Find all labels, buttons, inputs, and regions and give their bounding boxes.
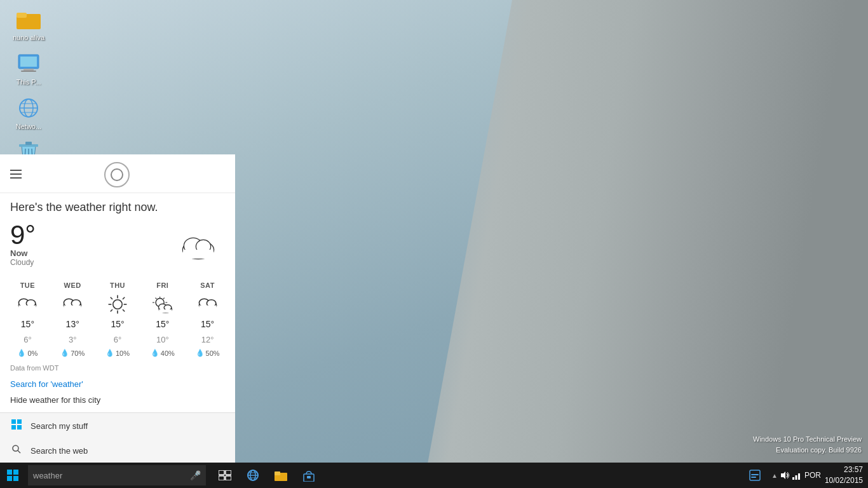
forecast-rain-3: 💧 40% [140, 347, 185, 359]
forecast-table: TUE WED THU FRI SAT [0, 272, 235, 362]
forecast-lo-0: 6° [5, 332, 50, 347]
cortana-logo [104, 162, 130, 187]
search-input[interactable] [33, 471, 179, 480]
forecast-days-row: TUE WED THU FRI SAT [5, 277, 230, 292]
forecast-icon-4 [185, 292, 230, 316]
internet-explorer-button[interactable] [239, 463, 267, 488]
taskbar-search-box[interactable]: 🎤 [28, 465, 206, 485]
current-temperature: 9° [10, 222, 36, 248]
search-my-stuff-label: Search my stuff [31, 421, 88, 431]
tray-expand-icon[interactable]: ▲ [771, 472, 778, 479]
svg-point-42 [113, 300, 122, 309]
svg-rect-91 [751, 477, 756, 478]
notification-center-button[interactable] [742, 463, 768, 488]
svg-line-50 [111, 309, 112, 311]
search-footer: Search my stuff Search the web [0, 412, 235, 463]
search-my-stuff-button[interactable]: Search my stuff [0, 413, 235, 438]
forecast-hi-4: 15° [185, 316, 230, 332]
taskbar-right: ▲ POR 23:57 10/02/2015 [742, 463, 868, 488]
microphone-icon[interactable]: 🎤 [190, 470, 201, 480]
svg-line-56 [155, 298, 156, 299]
desktop-icon-nuno[interactable]: nuno aliva [6, 6, 51, 41]
forecast-icon-3 [140, 292, 185, 316]
forecast-icons-row [5, 292, 230, 316]
weather-search-link[interactable]: Search for 'weather' [0, 376, 235, 393]
forecast-day-1: WED [50, 277, 95, 292]
svg-line-70 [18, 451, 20, 453]
forecast-rain-2: 💧 10% [95, 347, 140, 359]
forecast-lo-2: 6° [95, 332, 140, 347]
svg-rect-93 [792, 477, 794, 480]
svg-rect-5 [24, 69, 34, 71]
weather-hide-button[interactable]: Hide weather for this city [0, 393, 235, 412]
cortana-header [0, 154, 235, 193]
svg-rect-75 [219, 470, 224, 475]
svg-rect-72 [13, 470, 18, 475]
search-the-web-button[interactable]: Search the web [0, 438, 235, 463]
search-icon [10, 445, 23, 456]
svg-rect-25 [10, 173, 22, 175]
taskbar-apps [211, 463, 323, 488]
forecast-day-3: FRI [140, 277, 185, 292]
forecast-hi-3: 15° [140, 316, 185, 332]
forecast-icon-2 [95, 292, 140, 316]
forecast-icon-1 [50, 292, 95, 316]
network-tray-icon[interactable] [792, 471, 801, 480]
watermark-line2: Evaluation copy. Build 9926 [753, 445, 862, 456]
svg-rect-67 [11, 425, 16, 430]
forecast-day-0: TUE [5, 277, 50, 292]
svg-rect-77 [219, 476, 224, 480]
svg-rect-66 [17, 419, 22, 424]
clock-time: 23:57 [825, 464, 863, 475]
svg-rect-90 [751, 474, 759, 475]
svg-rect-33 [183, 250, 214, 259]
task-view-button[interactable] [211, 463, 239, 488]
current-condition: Cloudy [10, 258, 36, 267]
svg-rect-41 [64, 306, 81, 309]
file-explorer-button[interactable] [267, 463, 295, 488]
windows-logo-icon [10, 419, 23, 432]
forecast-hi-0: 15° [5, 316, 50, 332]
forecast-rain-0: 💧 0% [5, 347, 50, 359]
weather-data-source: Data from WDT [0, 362, 235, 376]
forecast-lo-1: 3° [50, 332, 95, 347]
desktop-icon-this-pc[interactable]: This P... [6, 51, 51, 86]
svg-line-49 [123, 297, 125, 299]
weather-title: Here's the weather right now. [0, 193, 235, 219]
svg-line-55 [163, 298, 165, 299]
svg-rect-74 [13, 476, 18, 481]
taskbar: 🎤 [0, 463, 868, 488]
svg-rect-64 [199, 306, 216, 309]
svg-line-48 [123, 309, 125, 311]
svg-rect-88 [307, 476, 311, 478]
current-weather-icon [180, 226, 225, 263]
rain-drop-icon-2: 💧 [105, 349, 114, 357]
network-icon [16, 95, 41, 121]
svg-rect-6 [21, 71, 36, 72]
svg-rect-14 [25, 142, 32, 145]
now-label: Now [10, 248, 36, 258]
forecast-day-2: THU [95, 277, 140, 292]
svg-point-69 [13, 445, 18, 451]
svg-rect-95 [798, 473, 800, 480]
cortana-popup: Here's the weather right now. 9° Now Clo… [0, 154, 235, 463]
store-button[interactable] [295, 463, 323, 488]
weather-current: 9° Now Cloudy [0, 219, 235, 272]
hamburger-menu-button[interactable] [10, 168, 22, 182]
svg-rect-37 [19, 306, 36, 309]
svg-line-47 [111, 297, 112, 299]
forecast-lo-row: 6° 3° 6° 10° 12° [5, 332, 230, 347]
desktop-icon-network[interactable]: Netwo... [6, 95, 51, 130]
start-button[interactable] [0, 463, 25, 488]
volume-icon[interactable] [780, 471, 789, 480]
svg-rect-24 [10, 170, 22, 171]
forecast-lo-4: 12° [185, 332, 230, 347]
forecast-hi-row: 15° 13° 15° 15° 15° [5, 316, 230, 332]
watermark-line1: Windows 10 Pro Technical Preview [753, 434, 862, 445]
system-clock[interactable]: 23:57 10/02/2015 [825, 464, 863, 486]
language-indicator[interactable]: POR [804, 471, 821, 480]
rain-drop-icon-0: 💧 [17, 349, 26, 357]
svg-marker-92 [781, 471, 785, 479]
svg-rect-76 [226, 470, 231, 475]
rain-drop-icon-1: 💧 [60, 349, 69, 357]
